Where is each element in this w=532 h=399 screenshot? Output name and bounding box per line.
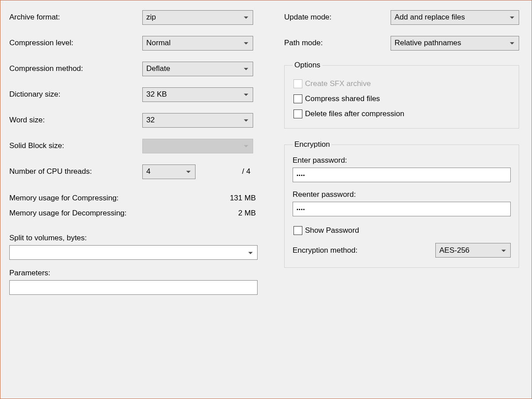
path-mode-value: Relative pathnames	[395, 39, 461, 47]
left-column: Archive format: zip Compression level: N…	[9, 9, 258, 390]
dictionary-size-select[interactable]: 32 KB	[142, 87, 253, 102]
encryption-method-value: AES-256	[439, 246, 469, 255]
dictionary-size-value: 32 KB	[146, 90, 167, 99]
cpu-threads-label: Number of CPU threads:	[9, 167, 142, 176]
path-mode-label: Path mode:	[284, 39, 391, 47]
chevron-down-icon	[510, 16, 514, 19]
archive-format-label: Archive format:	[9, 13, 142, 22]
enter-password-label: Enter password:	[293, 156, 511, 165]
update-mode-label: Update mode:	[284, 13, 391, 22]
chevron-down-icon	[244, 68, 248, 70]
row-archive-format: Archive format: zip	[9, 9, 258, 25]
row-cpu-threads: Number of CPU threads: 4 / 4	[9, 164, 258, 180]
compression-level-value: Normal	[146, 39, 171, 47]
reenter-password-value: ••••	[297, 207, 305, 212]
create-sfx-label: Create SFX archive	[305, 79, 371, 88]
mem-decompress-value: 2 MB	[238, 209, 256, 218]
compression-method-label: Compression method:	[9, 64, 142, 73]
checkbox-compress-shared[interactable]: Compress shared files	[293, 94, 510, 103]
row-mem-compress: Memory usage for Compressing: 131 MB	[9, 194, 258, 203]
row-word-size: Word size: 32	[9, 112, 258, 128]
chevron-down-icon	[244, 42, 248, 44]
reenter-password-label: Reenter password:	[293, 190, 511, 199]
chevron-down-icon	[501, 250, 506, 252]
mem-compress-label: Memory usage for Compressing:	[9, 194, 119, 203]
encryption-group: Encryption Enter password: •••• Reenter …	[284, 140, 519, 268]
row-path-mode: Path mode: Relative pathnames	[284, 35, 519, 51]
chevron-down-icon	[244, 16, 248, 19]
compression-method-select[interactable]: Deflate	[142, 62, 253, 76]
word-size-select[interactable]: 32	[142, 113, 253, 128]
checkbox-show-password[interactable]: Show Password	[293, 226, 510, 235]
solid-block-size-label: Solid Block size:	[9, 141, 142, 150]
update-mode-value: Add and replace files	[395, 13, 465, 22]
split-volumes-label: Split to volumes, bytes:	[9, 234, 258, 243]
split-volumes-combo[interactable]	[9, 245, 258, 260]
checkbox-icon	[293, 110, 302, 118]
options-legend: Options	[293, 61, 322, 70]
enter-password-input[interactable]: ••••	[293, 168, 511, 182]
parameters-label: Parameters:	[9, 269, 258, 278]
checkbox-icon	[293, 94, 302, 103]
checkbox-delete-after[interactable]: Delete files after compression	[293, 110, 510, 118]
cpu-threads-wrap: 4 / 4	[142, 164, 253, 179]
parameters-input[interactable]	[9, 280, 258, 295]
right-column: Update mode: Add and replace files Path …	[284, 9, 519, 390]
mem-decompress-label: Memory usage for Decompressing:	[9, 209, 127, 218]
update-mode-select[interactable]: Add and replace files	[391, 10, 519, 25]
add-to-archive-dialog: Archive format: zip Compression level: N…	[0, 0, 532, 399]
row-compression-level: Compression level: Normal	[9, 35, 258, 51]
mem-compress-value: 131 MB	[230, 194, 256, 203]
cpu-threads-select[interactable]: 4	[142, 164, 196, 179]
cpu-threads-total: / 4	[242, 167, 253, 176]
row-compression-method: Compression method: Deflate	[9, 61, 258, 77]
reenter-password-input[interactable]: ••••	[293, 202, 511, 216]
row-dictionary-size: Dictionary size: 32 KB	[9, 86, 258, 102]
compression-level-label: Compression level:	[9, 39, 142, 47]
chevron-down-icon	[510, 42, 514, 44]
encryption-method-select[interactable]: AES-256	[435, 243, 511, 258]
chevron-down-icon	[248, 252, 253, 254]
encryption-method-label: Encryption method:	[293, 246, 357, 255]
chevron-down-icon	[244, 145, 248, 147]
solid-block-size-select	[142, 139, 253, 153]
chevron-down-icon	[244, 119, 248, 121]
path-mode-select[interactable]: Relative pathnames	[391, 36, 519, 51]
chevron-down-icon	[186, 171, 191, 173]
archive-format-value: zip	[146, 13, 156, 22]
chevron-down-icon	[244, 94, 248, 96]
checkbox-icon	[293, 79, 302, 88]
word-size-label: Word size:	[9, 116, 142, 125]
compression-level-select[interactable]: Normal	[142, 36, 253, 51]
row-mem-decompress: Memory usage for Decompressing: 2 MB	[9, 209, 258, 218]
checkbox-create-sfx: Create SFX archive	[293, 79, 510, 88]
encryption-legend: Encryption	[293, 140, 332, 149]
enter-password-value: ••••	[297, 172, 305, 178]
row-update-mode: Update mode: Add and replace files	[284, 9, 519, 25]
row-encryption-method: Encryption method: AES-256	[293, 243, 511, 258]
cpu-threads-value: 4	[146, 167, 150, 176]
show-password-label: Show Password	[305, 226, 359, 235]
delete-after-label: Delete files after compression	[305, 110, 404, 118]
dictionary-size-label: Dictionary size:	[9, 90, 142, 99]
compression-method-value: Deflate	[146, 64, 170, 73]
archive-format-select[interactable]: zip	[142, 10, 253, 25]
compress-shared-label: Compress shared files	[305, 94, 380, 103]
options-group: Options Create SFX archive Compress shar…	[284, 61, 519, 129]
row-solid-block-size: Solid Block size:	[9, 138, 258, 154]
word-size-value: 32	[146, 116, 155, 125]
checkbox-icon	[293, 226, 302, 235]
